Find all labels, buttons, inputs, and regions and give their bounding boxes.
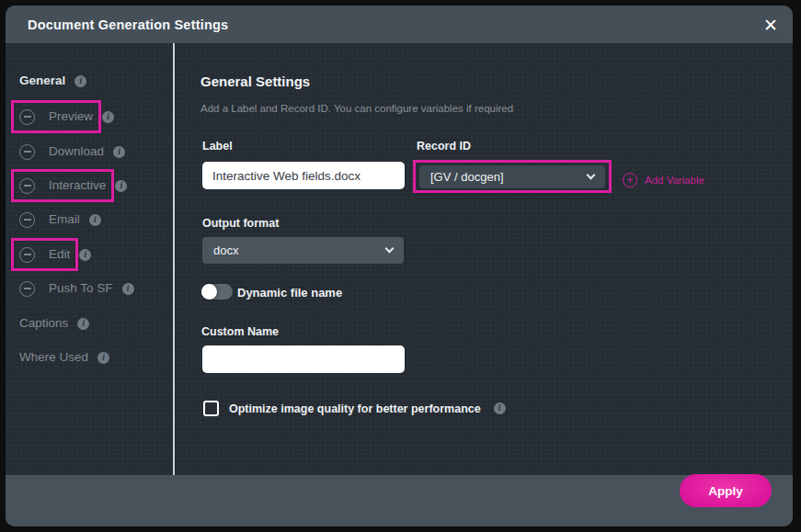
output-format-selected-value: docx xyxy=(213,243,238,257)
info-icon: i xyxy=(102,111,114,123)
sidebar-item-label: Download xyxy=(49,143,104,160)
sidebar-item-label: General xyxy=(19,73,65,89)
sidebar-item-label: Where Used xyxy=(19,349,88,366)
sidebar-divider xyxy=(173,43,175,475)
label-input[interactable] xyxy=(202,162,405,189)
dialog-header: Document Generation Settings xyxy=(6,6,793,43)
minus-circle-icon xyxy=(19,247,35,263)
record-id-dropdown[interactable]: [GV / docgen] xyxy=(419,165,605,188)
sidebar-item-label: Preview xyxy=(49,108,93,125)
plus-circle-icon: + xyxy=(623,173,637,187)
add-variable-label: Add Variable xyxy=(645,175,704,186)
close-icon[interactable]: ✕ xyxy=(758,12,784,38)
sidebar-item-edit[interactable]: Edit i xyxy=(19,246,91,263)
sidebar-item-email[interactable]: Email i xyxy=(19,211,101,228)
chevron-down-icon xyxy=(587,171,596,180)
sidebar-item-label: Edit xyxy=(49,246,70,263)
sidebar-item-general[interactable]: General i xyxy=(19,73,86,89)
minus-circle-icon xyxy=(19,281,35,297)
info-icon: i xyxy=(494,402,506,414)
sidebar-item-label: Push To SF xyxy=(49,280,113,297)
page-title: General Settings xyxy=(200,74,310,89)
apply-button[interactable]: Apply xyxy=(680,474,772,507)
info-icon: i xyxy=(79,249,91,261)
label-field-label: Label xyxy=(202,140,233,153)
info-icon: i xyxy=(89,214,101,226)
optimize-image-quality-row: Optimize image quality for better perfor… xyxy=(203,401,506,416)
sidebar-item-label: Interactive xyxy=(49,177,106,194)
custom-name-label: Custom Name xyxy=(201,325,279,338)
minus-circle-icon xyxy=(19,109,35,125)
sidebar-item-interactive[interactable]: Interactive i xyxy=(19,177,127,194)
minus-circle-icon xyxy=(19,144,35,160)
add-variable-button[interactable]: + Add Variable xyxy=(623,173,704,187)
dialog-footer xyxy=(6,475,793,526)
sidebar-item-where-used[interactable]: Where Used i xyxy=(19,349,109,366)
sidebar-item-label: Captions xyxy=(19,315,68,332)
info-icon: i xyxy=(77,318,89,330)
record-id-label: Record ID xyxy=(417,140,471,153)
sidebar-item-download[interactable]: Download i xyxy=(19,143,125,160)
info-icon: i xyxy=(74,75,86,87)
document-generation-settings-dialog: Document Generation Settings ✕ General i… xyxy=(6,6,793,526)
dynamic-file-name-toggle[interactable] xyxy=(201,284,233,300)
sidebar-item-preview[interactable]: Preview i xyxy=(19,108,114,125)
output-format-label: Output format xyxy=(202,217,279,230)
info-icon: i xyxy=(113,146,125,158)
chevron-down-icon xyxy=(385,244,395,254)
info-icon: i xyxy=(122,283,134,295)
info-icon: i xyxy=(97,352,109,364)
custom-name-input[interactable] xyxy=(202,345,405,373)
page-subtitle: Add a Label and Record ID. You can confi… xyxy=(200,103,513,114)
sidebar-item-captions[interactable]: Captions i xyxy=(19,315,89,332)
sidebar-item-label: Email xyxy=(49,211,80,228)
minus-circle-icon xyxy=(19,178,35,194)
record-id-selected-value: [GV / docgen] xyxy=(430,170,504,184)
dialog-title: Document Generation Settings xyxy=(28,17,228,32)
minus-circle-icon xyxy=(19,212,35,228)
screen: Document Generation Settings ✕ General i… xyxy=(0,0,801,532)
dynamic-file-name-label: Dynamic file name xyxy=(237,286,342,300)
optimize-image-quality-checkbox[interactable] xyxy=(203,401,219,416)
optimize-image-quality-label: Optimize image quality for better perfor… xyxy=(229,402,481,415)
info-icon: i xyxy=(115,180,127,192)
toggle-knob xyxy=(201,284,217,300)
sidebar-item-push-to-sf[interactable]: Push To SF i xyxy=(19,280,134,297)
output-format-dropdown[interactable]: docx xyxy=(202,237,404,264)
